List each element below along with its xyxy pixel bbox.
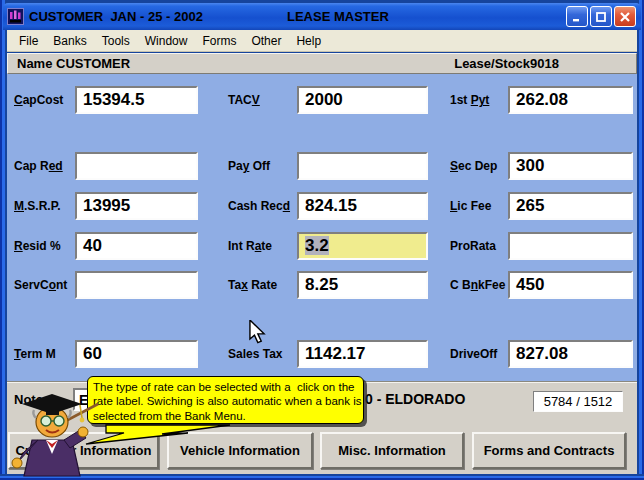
prorata-field[interactable] — [508, 232, 633, 260]
customer-name-label: Name CUSTOMER — [8, 56, 130, 71]
msrp-label: M.S.R.P. — [14, 199, 60, 213]
app-icon — [7, 8, 24, 25]
pay-off-label: Pay Off — [228, 159, 270, 173]
term-m-label: Term M — [14, 347, 56, 361]
c-bnkfee-field[interactable]: 450 — [508, 271, 633, 299]
servcont-label: ServCont — [14, 278, 67, 292]
title-bar[interactable]: CUSTOMER JAN - 25 - 2002 LEASE MASTER — [3, 3, 641, 30]
menu-other[interactable]: Other — [251, 34, 281, 48]
close-button[interactable] — [614, 6, 636, 27]
sales-tax-field[interactable]: 1142.17 — [297, 340, 428, 368]
misc-information-button[interactable]: Misc. Information — [320, 432, 464, 469]
selected-text: 3.2 — [305, 236, 329, 255]
form-background — [7, 74, 637, 381]
cap-red-label: Cap Red — [14, 159, 63, 173]
minimize-button[interactable] — [566, 6, 588, 27]
menu-help[interactable]: Help — [296, 34, 321, 48]
mouse-cursor-icon — [247, 320, 267, 348]
tooltip-tail-icon — [84, 424, 234, 450]
stock-counter-field[interactable]: 5784 / 1512 — [533, 391, 623, 412]
prorata-label: ProRata — [450, 239, 496, 253]
cash-recd-field[interactable]: 824.15 — [297, 192, 428, 220]
menu-tools[interactable]: Tools — [102, 34, 130, 48]
capcost-label: CapCost — [14, 93, 63, 107]
tacv-label: TACV — [228, 93, 260, 107]
forms-and-contracts-button[interactable]: Forms and Contracts — [472, 432, 626, 469]
sec-dep-label: Sec Dep — [450, 159, 497, 173]
servcont-field[interactable] — [75, 271, 198, 299]
maximize-button[interactable] — [590, 6, 612, 27]
capcost-field[interactable]: 15394.5 — [75, 86, 198, 114]
customer-header-bar: Name CUSTOMER Lease/Stock9018 — [7, 53, 637, 74]
lic-fee-field[interactable]: 265 — [508, 192, 633, 220]
cash-recd-label: Cash Recd — [228, 199, 290, 213]
sales-tax-label: Sales Tax — [228, 347, 282, 361]
menu-bar: File Banks Tools Window Forms Other Help — [7, 30, 637, 52]
wizard-assistant-icon — [2, 388, 102, 480]
app-window: CUSTOMER JAN - 25 - 2002 LEASE MASTER Fi… — [0, 0, 644, 480]
menu-window[interactable]: Window — [145, 34, 188, 48]
menu-file[interactable]: File — [19, 34, 38, 48]
msrp-field[interactable]: 13995 — [75, 192, 198, 220]
tacv-field[interactable]: 2000 — [297, 86, 428, 114]
window-border-right — [637, 0, 644, 480]
int-rate-field[interactable]: 3.2 — [297, 232, 428, 260]
cap-red-field[interactable] — [75, 152, 198, 180]
int-rate-label[interactable]: Int Rate — [228, 239, 272, 253]
driveoff-label: DriveOff — [450, 347, 497, 361]
tax-rate-label: Tax Rate — [228, 278, 277, 292]
first-pyt-field[interactable]: 262.08 — [508, 86, 633, 114]
window-title: CUSTOMER JAN - 25 - 2002 — [29, 9, 203, 24]
assistant-tooltip: The type of rate can be selected with a … — [87, 376, 364, 424]
c-bnkfee-label: C BnkFee — [450, 278, 505, 292]
app-name-title: LEASE MASTER — [287, 9, 389, 24]
lic-fee-label: Lic Fee — [450, 199, 491, 213]
resid-pct-label: Resid % — [14, 239, 61, 253]
tax-rate-field[interactable]: 8.25 — [297, 271, 428, 299]
sec-dep-field[interactable]: 300 — [508, 152, 633, 180]
lease-stock-label: Lease/Stock9018 — [454, 56, 559, 71]
first-pyt-label: 1st Pyt — [450, 93, 489, 107]
resid-pct-field[interactable]: 40 — [75, 232, 198, 260]
pay-off-field[interactable] — [297, 152, 428, 180]
menu-forms[interactable]: Forms — [202, 34, 236, 48]
driveoff-field[interactable]: 827.08 — [508, 340, 633, 368]
menu-banks[interactable]: Banks — [53, 34, 86, 48]
term-m-field[interactable]: 60 — [75, 340, 198, 368]
vehicle-description: 0 - ELDORADO — [365, 391, 465, 407]
